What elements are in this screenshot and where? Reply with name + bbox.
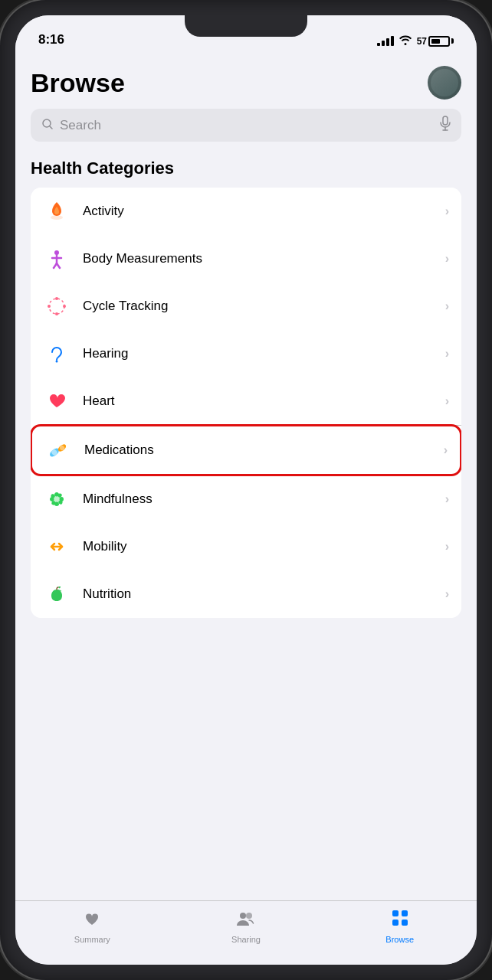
battery-icon: 57 bbox=[417, 36, 454, 47]
battery-percent: 57 bbox=[417, 36, 427, 47]
hearing-label: Hearing bbox=[83, 346, 445, 361]
tab-summary-label: Summary bbox=[74, 935, 110, 944]
chevron-icon: › bbox=[445, 347, 449, 361]
chevron-icon: › bbox=[445, 540, 449, 554]
heart-icon bbox=[43, 387, 71, 415]
tab-sharing[interactable]: Sharing bbox=[169, 909, 323, 944]
list-item[interactable]: Mobility › bbox=[31, 523, 461, 570]
search-placeholder: Search bbox=[60, 118, 434, 133]
nutrition-icon bbox=[43, 580, 71, 608]
chevron-icon: › bbox=[445, 587, 449, 601]
cycle-tracking-label: Cycle Tracking bbox=[83, 299, 445, 314]
chevron-icon: › bbox=[445, 492, 449, 506]
microphone-icon bbox=[440, 116, 451, 135]
svg-point-10 bbox=[49, 299, 64, 314]
mobility-icon bbox=[43, 533, 71, 560]
svg-point-12 bbox=[63, 305, 66, 308]
hearing-icon bbox=[43, 340, 71, 368]
svg-rect-1 bbox=[443, 116, 448, 125]
wifi-icon bbox=[399, 34, 412, 47]
tab-summary[interactable]: Summary bbox=[15, 909, 169, 944]
svg-rect-24 bbox=[402, 910, 408, 916]
list-item[interactable]: Body Measurements › bbox=[31, 235, 461, 283]
profile-avatar[interactable] bbox=[428, 66, 461, 100]
svg-rect-23 bbox=[392, 910, 399, 916]
list-item[interactable]: Hearing › bbox=[31, 330, 461, 377]
mindfulness-label: Mindfulness bbox=[83, 492, 445, 507]
sharing-tab-icon bbox=[235, 909, 257, 932]
status-icons: 57 bbox=[377, 34, 454, 47]
svg-point-22 bbox=[246, 913, 252, 919]
activity-label: Activity bbox=[83, 204, 445, 219]
page-header: Browse bbox=[31, 54, 461, 109]
list-item[interactable]: Activity › bbox=[31, 188, 461, 235]
svg-point-13 bbox=[55, 312, 58, 315]
status-time: 8:16 bbox=[38, 32, 64, 47]
heart-label: Heart bbox=[83, 394, 445, 409]
chevron-icon: › bbox=[445, 394, 449, 408]
chevron-icon: › bbox=[445, 299, 449, 313]
signal-bars bbox=[377, 36, 394, 46]
chevron-icon: › bbox=[445, 204, 449, 218]
svg-point-15 bbox=[56, 361, 58, 363]
list-item-medications[interactable]: Medications › bbox=[31, 424, 461, 476]
mobility-label: Mobility bbox=[83, 539, 445, 554]
svg-point-11 bbox=[55, 297, 58, 300]
medications-icon bbox=[44, 436, 72, 464]
list-item[interactable]: Heart › bbox=[31, 377, 461, 425]
svg-line-9 bbox=[57, 263, 60, 268]
tab-browse[interactable]: Browse bbox=[323, 909, 477, 944]
content-area: Browse Search bbox=[15, 54, 477, 900]
medications-label: Medications bbox=[84, 443, 444, 458]
body-measurements-icon bbox=[43, 245, 71, 273]
phone-frame: 8:16 57 bbox=[0, 0, 492, 980]
tab-sharing-label: Sharing bbox=[231, 935, 261, 944]
mindfulness-icon bbox=[43, 485, 71, 513]
section-title: Health Categories bbox=[31, 158, 461, 178]
activity-icon bbox=[43, 198, 71, 225]
list-item[interactable]: Mindfulness › bbox=[31, 475, 461, 523]
cycle-tracking-icon bbox=[43, 292, 71, 320]
nutrition-label: Nutrition bbox=[83, 586, 445, 602]
search-bar[interactable]: Search bbox=[31, 109, 461, 142]
tab-bar: Summary Sharing bbox=[15, 900, 477, 965]
tab-browse-label: Browse bbox=[385, 935, 414, 944]
search-icon bbox=[41, 118, 54, 133]
svg-point-21 bbox=[240, 913, 246, 919]
svg-rect-26 bbox=[402, 920, 408, 926]
chevron-icon: › bbox=[445, 252, 449, 266]
notch bbox=[185, 15, 307, 37]
body-measurements-label: Body Measurements bbox=[83, 251, 445, 266]
list-item[interactable]: Nutrition › bbox=[31, 570, 461, 618]
svg-rect-25 bbox=[392, 920, 399, 926]
phone-screen: 8:16 57 bbox=[15, 15, 477, 965]
list-item[interactable]: Cycle Tracking › bbox=[31, 283, 461, 330]
browse-tab-icon bbox=[391, 909, 409, 932]
page-title: Browse bbox=[31, 68, 125, 98]
svg-point-14 bbox=[48, 305, 51, 308]
category-list: Activity › Body Measurements bbox=[31, 188, 461, 618]
chevron-icon: › bbox=[444, 443, 448, 457]
summary-tab-icon bbox=[83, 909, 101, 932]
